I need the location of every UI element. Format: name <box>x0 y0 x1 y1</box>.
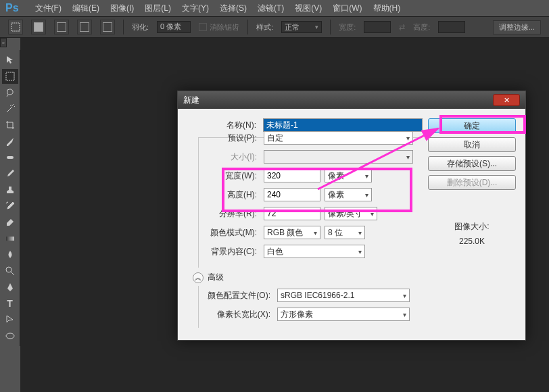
close-icon[interactable]: ✕ <box>493 94 520 106</box>
width-label: 宽度: <box>339 22 356 32</box>
bg-dropdown[interactable]: 白色 <box>264 245 365 258</box>
menu-select[interactable]: 选择(S) <box>220 3 247 14</box>
expand-strip-icon[interactable]: » <box>0 38 7 47</box>
width-field-label: 宽度(W): <box>199 170 260 182</box>
selection-subtract-icon[interactable] <box>77 20 92 34</box>
width-unit-dropdown[interactable]: 像素 <box>325 169 372 182</box>
blur-tool-icon[interactable] <box>2 247 18 262</box>
chevron-up-icon: ︽ <box>193 272 204 283</box>
delete-preset-button: 删除预设(D)... <box>428 175 516 190</box>
app-logo: Ps <box>5 2 19 14</box>
svg-rect-3 <box>6 237 14 241</box>
menu-window[interactable]: 窗口(W) <box>333 3 362 14</box>
image-size-label: 图像大小: <box>428 221 516 232</box>
svg-rect-0 <box>11 23 20 31</box>
shape-tool-icon[interactable] <box>2 328 18 343</box>
menu-filter[interactable]: 滤镜(T) <box>258 3 284 14</box>
advanced-label: 高级 <box>208 272 224 283</box>
pen-tool-icon[interactable] <box>2 280 18 295</box>
preset-label: 预设(P): <box>199 132 260 144</box>
height-field-label: 高度(H): <box>199 189 260 201</box>
resolution-label: 分辨率(R): <box>199 208 260 220</box>
wand-tool-icon[interactable] <box>2 101 18 116</box>
dodge-tool-icon[interactable] <box>2 264 18 278</box>
eyedropper-tool-icon[interactable] <box>2 134 18 149</box>
name-input[interactable] <box>263 118 423 132</box>
menu-type[interactable]: 文字(Y) <box>182 3 209 14</box>
move-tool-icon[interactable] <box>2 53 18 68</box>
marquee-tool-icon[interactable] <box>2 69 18 84</box>
name-label: 名称(N): <box>187 120 259 131</box>
feather-input[interactable]: 0 像素 <box>157 21 191 33</box>
dialog-title: 新建 <box>183 95 199 106</box>
feather-label: 羽化: <box>132 22 149 32</box>
bg-label: 背景内容(C): <box>199 246 260 258</box>
separator <box>330 20 331 34</box>
size-label: 大小(I): <box>199 151 260 163</box>
cancel-button[interactable]: 取消 <box>428 137 516 152</box>
toolbox: T <box>0 50 20 346</box>
width-input <box>364 21 391 33</box>
height-input <box>438 21 465 33</box>
height-label: 高度: <box>413 22 430 32</box>
menu-layer[interactable]: 图层(L) <box>145 3 171 14</box>
color-mode-dropdown[interactable]: RGB 颜色 <box>264 226 320 239</box>
new-document-dialog: 新建 ✕ 名称(N): 预设(P): 自定 大小(I): 宽度(W): <box>177 91 526 341</box>
profile-dropdown[interactable]: sRGB IEC61966-2.1 <box>277 289 410 302</box>
selection-intersect-icon[interactable] <box>100 20 115 34</box>
separator <box>247 20 248 34</box>
menu-bar: Ps 文件(F) 编辑(E) 图像(I) 图层(L) 文字(Y) 选择(S) 滤… <box>0 0 549 16</box>
eraser-tool-icon[interactable] <box>2 215 18 230</box>
style-label: 样式: <box>256 22 273 32</box>
path-select-icon[interactable] <box>2 312 18 327</box>
active-tool-icon[interactable] <box>8 20 23 34</box>
aspect-dropdown[interactable]: 方形像素 <box>277 308 410 321</box>
menu-help[interactable]: 帮助(H) <box>373 3 401 14</box>
preset-dropdown[interactable]: 自定 <box>264 131 413 145</box>
style-dropdown[interactable]: 正常 <box>281 21 322 33</box>
image-size-value: 225.0K <box>428 237 516 246</box>
height-field[interactable] <box>264 188 320 201</box>
brush-tool-icon[interactable] <box>2 166 18 181</box>
gradient-tool-icon[interactable] <box>2 231 18 246</box>
antialias-checkbox: 消除锯齿 <box>199 22 239 32</box>
type-tool-icon[interactable]: T <box>2 296 18 311</box>
profile-label: 颜色配置文件(O): <box>199 290 273 301</box>
lasso-tool-icon[interactable] <box>2 85 18 100</box>
svg-rect-2 <box>7 156 14 159</box>
menu-edit[interactable]: 编辑(E) <box>72 3 99 14</box>
save-preset-button[interactable]: 存储预设(S)... <box>428 156 516 171</box>
menu-view[interactable]: 视图(V) <box>295 3 322 14</box>
aspect-label: 像素长宽比(X): <box>199 309 273 320</box>
color-depth-dropdown[interactable]: 8 位 <box>325 226 365 239</box>
history-brush-icon[interactable] <box>2 199 18 214</box>
size-dropdown <box>264 150 413 164</box>
width-field[interactable] <box>264 169 320 182</box>
height-unit-dropdown[interactable]: 像素 <box>325 188 372 201</box>
refine-edge-button[interactable]: 调整边缘... <box>493 20 541 34</box>
color-mode-label: 颜色模式(M): <box>199 227 260 239</box>
crop-tool-icon[interactable] <box>2 118 18 132</box>
svg-rect-1 <box>6 72 14 80</box>
dialog-titlebar[interactable]: 新建 ✕ <box>178 91 525 109</box>
separator <box>123 20 124 34</box>
advanced-toggle[interactable]: ︽ 高级 <box>193 272 423 283</box>
swap-icon: ⇄ <box>399 23 405 32</box>
resolution-field[interactable] <box>264 207 320 220</box>
ok-button[interactable]: 确定 <box>428 118 516 133</box>
stamp-tool-icon[interactable] <box>2 182 18 197</box>
selection-new-icon[interactable] <box>31 20 46 34</box>
options-bar: 羽化: 0 像素 消除锯齿 样式: 正常 宽度: ⇄ 高度: 调整边缘... <box>0 16 549 38</box>
menu-file[interactable]: 文件(F) <box>35 3 62 14</box>
menu-image[interactable]: 图像(I) <box>110 3 134 14</box>
selection-add-icon[interactable] <box>54 20 69 34</box>
svg-point-5 <box>6 333 14 339</box>
resolution-unit-dropdown[interactable]: 像素/英寸 <box>325 207 377 220</box>
svg-point-4 <box>6 267 11 272</box>
healing-tool-icon[interactable] <box>2 150 18 165</box>
